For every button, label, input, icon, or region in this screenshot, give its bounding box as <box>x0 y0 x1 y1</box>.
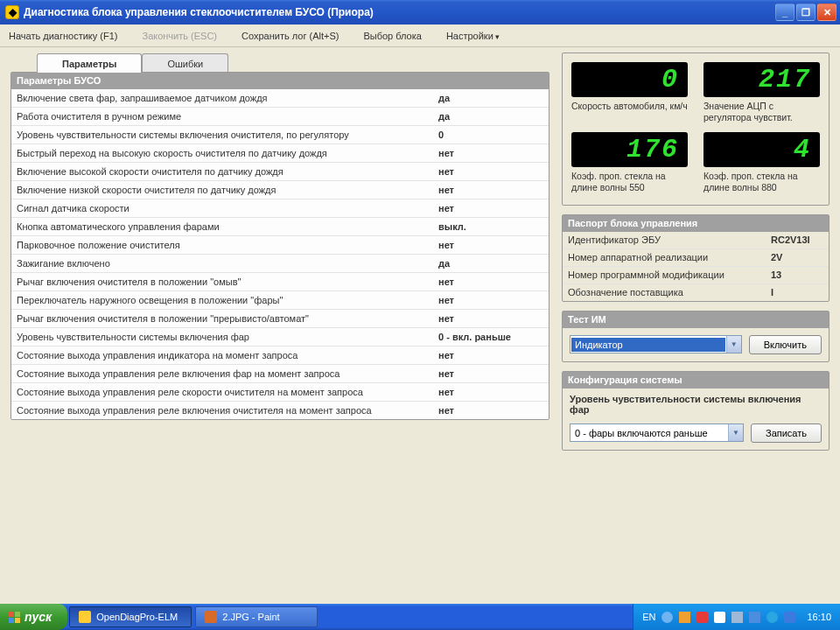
param-label: Включение света фар, запрашиваемое датчи… <box>17 93 438 103</box>
param-row[interactable]: Парковочное положение очистителянет <box>11 236 549 255</box>
gauge-k550: 176 Коэф. проп. стекла на длине волны 55… <box>571 132 688 193</box>
menu-choose-block[interactable]: Выбор блока <box>363 31 421 41</box>
param-label: Включение низкой скорости очистителя по … <box>17 185 438 195</box>
param-row[interactable]: Переключатель наружного освещения в поло… <box>11 291 549 310</box>
param-row[interactable]: Работа очистителя в ручном режимеда <box>11 108 549 126</box>
param-label: Рычаг включения очистителя в положении "… <box>17 276 438 287</box>
test-select-value: Индикатор <box>571 338 725 352</box>
taskbar: пуск OpenDiagPro-ELM 2.JPG - Paint EN 16… <box>0 604 840 630</box>
tray-shield-icon[interactable] <box>696 612 708 623</box>
gauge-adc: 217 Значение АЦП с регулятора чувствит. <box>704 62 820 123</box>
param-label: Уровень чувствительности системы включен… <box>17 332 438 342</box>
param-value: нет <box>438 368 543 379</box>
tray-icon[interactable] <box>679 612 690 623</box>
windows-logo-icon <box>9 612 20 623</box>
tab-params[interactable]: Параметры <box>37 53 142 73</box>
maximize-button[interactable]: ❐ <box>796 4 816 21</box>
close-button[interactable]: ✕ <box>817 4 836 21</box>
param-row[interactable]: Состояние выхода управления индикатора н… <box>11 346 549 365</box>
gauge-k880: 4 Коэф. проп. стекла на длине волны 880 <box>704 132 820 193</box>
param-row[interactable]: Включение низкой скорости очистителя по … <box>11 181 549 200</box>
menu-end-diag: Закончить (ESC) <box>142 31 217 41</box>
param-value: нет <box>438 276 543 287</box>
start-button[interactable]: пуск <box>0 604 67 630</box>
param-row[interactable]: Сигнал датчика скоростинет <box>11 200 549 218</box>
tray-icon[interactable] <box>766 612 778 623</box>
taskbar-app-label: 2.JPG - Paint <box>222 612 279 622</box>
param-label: Работа очистителя в ручном режиме <box>17 111 438 122</box>
passport-row: Идентификатор ЭБУRC2V13I <box>563 232 829 249</box>
minimize-button[interactable]: _ <box>775 4 794 21</box>
param-row[interactable]: Кнопка автоматического управления фарами… <box>11 218 549 236</box>
passport-row: Обозначение поставщикаI <box>563 284 829 301</box>
system-tray[interactable]: EN 16:10 <box>633 604 840 630</box>
param-row[interactable]: Рычаг включения очистителя в положении "… <box>11 310 549 328</box>
gauge-speed-caption: Скорость автомобиля, км/ч <box>571 101 688 112</box>
taskbar-app-label: OpenDiagPro-ELM <box>96 612 178 622</box>
config-label: Уровень чувствительности системы включен… <box>563 388 829 416</box>
config-select-value: 0 - фары включаются раньше <box>571 426 727 440</box>
app-icon <box>205 611 217 623</box>
param-row[interactable]: Включение света фар, запрашиваемое датчи… <box>11 89 549 108</box>
passport-panel: Паспорт блока управления Идентификатор Э… <box>562 214 830 302</box>
tray-icon[interactable] <box>662 612 673 623</box>
param-label: Состояние выхода управления реле включен… <box>17 368 438 379</box>
param-value: нет <box>438 148 543 158</box>
gauge-k880-caption: Коэф. проп. стекла на длине волны 880 <box>704 171 820 193</box>
param-label: Сигнал датчика скорости <box>17 203 438 214</box>
tray-bluetooth-icon[interactable] <box>784 612 795 623</box>
param-row[interactable]: Состояние выхода управления реле включен… <box>11 402 549 419</box>
config-select[interactable]: 0 - фары включаются раньше ▼ <box>570 424 744 442</box>
gauge-k550-caption: Коэф. проп. стекла на длине волны 550 <box>571 171 688 193</box>
tray-lang[interactable]: EN <box>642 612 655 622</box>
param-label: Парковочное положение очистителя <box>17 240 438 250</box>
passport-value: 2V <box>771 252 823 262</box>
passport-value: RC2V13I <box>771 234 823 245</box>
menu-start-diag[interactable]: Начать диагностику (F1) <box>9 31 117 41</box>
test-select[interactable]: Индикатор ▼ <box>570 335 742 354</box>
param-value: нет <box>438 387 543 397</box>
param-label: Переключатель наружного освещения в поло… <box>17 295 438 305</box>
param-row[interactable]: Рычаг включения очистителя в положении "… <box>11 273 549 291</box>
test-panel: Тест ИМ Индикатор ▼ Включить <box>562 311 830 362</box>
tray-volume-icon[interactable] <box>732 612 743 623</box>
taskbar-app-paint[interactable]: 2.JPG - Paint <box>195 606 318 627</box>
tray-network-icon[interactable] <box>749 612 760 623</box>
param-row[interactable]: Состояние выхода управления реле включен… <box>11 365 549 383</box>
gauge-speed-value: 0 <box>571 62 688 97</box>
dropdown-arrow-icon[interactable]: ▼ <box>728 424 743 441</box>
taskbar-app-opendiag[interactable]: OpenDiagPro-ELM <box>69 606 192 627</box>
param-value: да <box>438 111 543 122</box>
gauge-adc-value: 217 <box>704 62 820 97</box>
menu-save-log[interactable]: Сохранить лог (Alt+S) <box>242 31 339 41</box>
param-row[interactable]: Зажигание включенода <box>11 255 549 273</box>
gauge-k880-value: 4 <box>704 132 820 167</box>
param-value: да <box>438 258 543 269</box>
param-value: 0 - вкл. раньше <box>438 332 543 342</box>
gauge-panel: 0 Скорость автомобиля, км/ч 217 Значение… <box>562 52 830 206</box>
config-write-button[interactable]: Записать <box>751 424 822 443</box>
param-value: выкл. <box>438 221 543 232</box>
param-row[interactable]: Быстрый переход на высокую скорость очис… <box>11 144 549 163</box>
param-value: нет <box>438 166 543 177</box>
param-row[interactable]: Уровень чувствительности системы включен… <box>11 328 549 346</box>
param-row[interactable]: Состояние выхода управления реле скорост… <box>11 383 549 402</box>
param-label: Состояние выхода управления реле скорост… <box>17 387 438 397</box>
params-header: Параметры БУСО <box>11 73 549 89</box>
tab-errors[interactable]: Ошибки <box>142 53 228 73</box>
dropdown-arrow-icon[interactable]: ▼ <box>726 336 741 353</box>
window-title: Диагностика блока управления стеклоочист… <box>24 6 374 18</box>
menu-settings[interactable]: Настройки <box>446 31 500 41</box>
tabs: Параметры Ошибки <box>37 52 550 72</box>
tray-clock[interactable]: 16:10 <box>807 612 831 622</box>
tray-icon[interactable] <box>714 612 725 623</box>
param-row[interactable]: Включение высокой скорости очистителя по… <box>11 163 549 181</box>
gauge-speed: 0 Скорость автомобиля, км/ч <box>571 62 688 123</box>
param-value: нет <box>438 185 543 195</box>
param-row[interactable]: Уровень чувствительности системы включен… <box>11 126 549 144</box>
passport-value: I <box>771 287 823 298</box>
test-enable-button[interactable]: Включить <box>749 335 822 354</box>
config-header: Конфигурация системы <box>563 372 829 388</box>
param-value: нет <box>438 203 543 214</box>
param-label: Рычаг включения очистителя в положении "… <box>17 313 438 324</box>
